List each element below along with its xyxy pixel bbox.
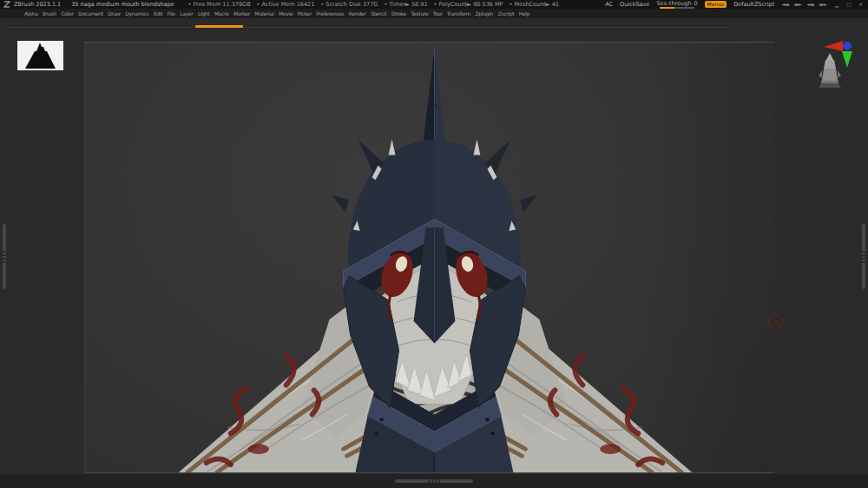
- restore-icon[interactable]: □: [846, 0, 851, 9]
- menus-toggle-button[interactable]: Menus: [705, 1, 727, 8]
- menu-item-material[interactable]: Material: [254, 10, 275, 16]
- menu-item-brush[interactable]: Brush: [42, 10, 57, 16]
- menu-item-help[interactable]: Help: [518, 10, 530, 16]
- menu-scroll-indicator[interactable]: [195, 25, 243, 28]
- menu-item-file[interactable]: File: [167, 10, 176, 16]
- ac-button[interactable]: AC: [605, 0, 613, 9]
- tray-scroll-left-icon[interactable]: ◄▬: [781, 0, 789, 9]
- menu-item-alpha[interactable]: Alpha: [23, 10, 39, 16]
- zbrush-window: ZBrush 2023.1.1 35 naga medium mouth ble…: [0, 0, 868, 488]
- menu-item-document[interactable]: Document: [77, 10, 104, 16]
- hscroll-grip: [428, 479, 440, 483]
- app-version: ZBrush 2023.1.1: [14, 0, 61, 9]
- default-zscript-button[interactable]: DefaultZScript: [733, 0, 774, 9]
- stat-item: • Free Mem 11.378GB: [188, 0, 251, 9]
- camera-orientation-gizmo[interactable]: [822, 36, 860, 69]
- menu-item-stroke[interactable]: Stroke: [391, 10, 407, 16]
- see-through-value: 0: [694, 1, 697, 6]
- menu-item-light[interactable]: Light: [197, 10, 210, 16]
- right-divider-grip: [862, 251, 865, 263]
- menu-item-layer[interactable]: Layer: [179, 10, 194, 16]
- menu-item-tool[interactable]: Tool: [432, 10, 443, 16]
- viewport-canvas[interactable]: [84, 42, 774, 473]
- menu-item-color[interactable]: Color: [60, 10, 74, 16]
- close-icon[interactable]: ✕: [858, 0, 863, 9]
- tool-preview-base: [819, 83, 841, 88]
- menu-item-draw[interactable]: Draw: [107, 10, 121, 16]
- minimize-icon[interactable]: ▁: [835, 0, 838, 9]
- menu-item-transform[interactable]: Transform: [446, 10, 471, 16]
- canvas-horizontal-scrollbar[interactable]: [395, 479, 473, 483]
- left-tray-divider[interactable]: [3, 224, 6, 289]
- bottom-bar: [0, 474, 868, 488]
- see-through-label: See-through: [656, 1, 691, 6]
- status-stats: • Free Mem 11.378GB• Active Mem 16421• S…: [188, 0, 560, 9]
- zbrush-logo-icon: [3, 1, 10, 8]
- shelf-scroll-left-icon[interactable]: ◄▬: [806, 0, 814, 9]
- gizmo-z-axis-sphere: [843, 42, 852, 50]
- left-divider-grip: [3, 251, 6, 263]
- menu-item-dynamics[interactable]: Dynamics: [124, 10, 149, 16]
- triangle-alpha-icon: [17, 41, 63, 70]
- quicksave-button[interactable]: QuickSave: [620, 0, 649, 9]
- alpha-preview[interactable]: [17, 41, 63, 70]
- menu-item-marker[interactable]: Marker: [233, 10, 251, 16]
- menu-item-picker[interactable]: Picker: [297, 10, 312, 16]
- brush-cursor-dot: [774, 320, 777, 323]
- shelf-scroll-right-icon[interactable]: ▬►: [819, 0, 827, 9]
- right-tray-divider[interactable]: [862, 224, 865, 289]
- titlebar-right: AC QuickSave See-through 0 Menus Default…: [605, 0, 865, 9]
- document-title: 35 naga medium mouth blendshape: [71, 0, 174, 9]
- see-through-slider[interactable]: See-through 0: [656, 1, 697, 9]
- stat-item: • Active Mem 16421: [257, 0, 315, 9]
- titlebar-icons: ◄▬▬►◄▬▬►▁□✕: [781, 0, 863, 9]
- titlebar: ZBrush 2023.1.1 35 naga medium mouth ble…: [0, 0, 868, 9]
- model-naga-bust[interactable]: [85, 43, 774, 472]
- tool-preview-torso: [822, 69, 838, 81]
- menubar: AlphaBrushColorDocumentDrawDynamicsEditF…: [0, 9, 868, 18]
- stat-item: • Scratch Disk 377G: [320, 0, 378, 9]
- tool-preview-arm-right: [838, 70, 841, 78]
- tool-preview-pedestal: [821, 81, 838, 83]
- menu-item-render[interactable]: Render: [348, 10, 367, 16]
- menu-item-zplugin[interactable]: Zplugin: [474, 10, 494, 16]
- menu-item-stencil[interactable]: Stencil: [370, 10, 387, 16]
- brush-cursor: [768, 314, 783, 329]
- tray-scroll-right-icon[interactable]: ▬►: [794, 0, 802, 9]
- menu-scroll-track: [5, 27, 728, 28]
- stat-item: • MeshCount► 41: [510, 0, 560, 9]
- gizmo-y-axis-cone: [842, 51, 852, 68]
- stat-item: • Timer► 58.91: [384, 0, 427, 9]
- menu-item-zscript[interactable]: Zscript: [497, 10, 516, 16]
- menu-item-preferences[interactable]: Preferences: [315, 10, 345, 16]
- stat-item: • PolyCount► 90.536 MP: [434, 0, 503, 9]
- menu-item-texture[interactable]: Texture: [410, 10, 429, 16]
- menu-item-edit[interactable]: Edit: [153, 10, 163, 16]
- menu-item-macro[interactable]: Macro: [214, 10, 230, 16]
- gizmo-x-axis-cone: [824, 41, 843, 51]
- tool-preview-arm-left: [819, 70, 822, 78]
- menu-item-movie[interactable]: Movie: [278, 10, 293, 16]
